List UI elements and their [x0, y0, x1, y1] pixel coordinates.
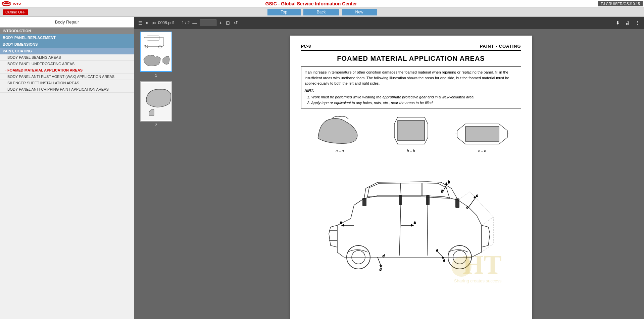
svg-line-37	[438, 252, 443, 257]
thumb-label-1: 1	[155, 73, 157, 77]
car-diagram-svg: a a b b	[310, 158, 512, 286]
pdf-toolbar-right: ⬇ 🖨 ⋮	[614, 19, 641, 26]
svg-text:d: d	[380, 268, 382, 271]
svg-text:e: e	[443, 259, 445, 262]
cross-section-bb-label: b – b	[407, 149, 415, 153]
cross-section-cc-label: c – c	[478, 149, 486, 153]
pdf-viewer: ☰ m_pc_0008.pdf 1 / 2 — 110% + ⊡ ↺ ⬇ 🖨 ⋮	[134, 17, 644, 319]
description-text: If an increase in temperature or other c…	[305, 70, 517, 86]
sidebar-item-foamed-material[interactable]: · FOAMED MATERIAL APPLICATION AREAS	[0, 67, 134, 74]
svg-rect-43	[426, 195, 430, 205]
svg-marker-23	[411, 224, 413, 226]
svg-text:c: c	[466, 206, 468, 209]
document-page: PC-8 PAINT · COATING FOAMED MATERIAL APP…	[178, 29, 644, 319]
hint-label: HINT:	[305, 88, 517, 93]
svg-line-29	[468, 198, 475, 208]
svg-text:d: d	[383, 254, 385, 258]
sidebar-item-silencer-sheet[interactable]: · SILENCER SHEET INSTALLATION AREAS	[0, 80, 134, 86]
rotate-button[interactable]: ↺	[233, 19, 239, 26]
pdf-toolbar-left: ☰ m_pc_0008.pdf	[137, 19, 174, 26]
cross-section-aa-svg	[313, 114, 367, 147]
svg-marker-26	[445, 183, 447, 185]
svg-rect-41	[362, 198, 366, 206]
sidebar-nav: INTRODUCTION BODY PANEL REPLACEMENT BODY…	[0, 28, 134, 319]
page-code: PC-8	[301, 44, 311, 49]
pdf-menu-button[interactable]: ☰	[137, 19, 144, 26]
page-total: 2	[187, 20, 190, 25]
document-title: FOAMED MATERIAL APPLICATION AREAS	[301, 55, 521, 62]
svg-line-48	[458, 192, 470, 200]
sidebar-section-body-panel-replacement[interactable]: BODY PANEL REPLACEMENT	[0, 34, 134, 41]
download-button[interactable]: ⬇	[614, 19, 621, 26]
watermark-area: a a b b	[310, 158, 512, 287]
zoom-input[interactable]: 110%	[200, 19, 216, 26]
svg-line-33	[378, 257, 381, 266]
thumbnail-2[interactable]: 2	[140, 81, 172, 127]
svg-marker-34	[380, 266, 382, 267]
pdf-toolbar-center: 1 / 2 — 110% + ⊡ ↺	[182, 19, 240, 26]
outline-button[interactable]: Outline OFF	[3, 9, 28, 15]
top-button[interactable]: Top	[267, 9, 300, 15]
thumb-frame-1	[140, 32, 172, 72]
cross-section-bb-svg	[391, 114, 431, 147]
page-info: 1 / 2	[182, 20, 190, 25]
sidebar-item-body-panel-undercoating[interactable]: · BODY PANEL UNDERCOATING AREAS	[0, 61, 134, 67]
svg-text:a: a	[340, 221, 342, 224]
thumb-frame-2	[140, 81, 172, 122]
cross-section-cc: c – c	[455, 121, 509, 153]
thumbnails-panel: 1 2	[134, 29, 178, 319]
sidebar-item-body-panel-anti-rust[interactable]: · BODY PANEL ANTI-RUST AGENT (WAX) APPLI…	[0, 74, 134, 80]
sidebar-section-body-dimensions[interactable]: BODY DIMENSIONS	[0, 41, 134, 48]
sidebar-section-introduction[interactable]: INTRODUCTION	[0, 28, 134, 34]
thumb-label-2: 2	[155, 123, 157, 127]
svg-marker-20	[342, 224, 344, 226]
nav-buttons: Top Back New	[267, 9, 377, 15]
cross-section-aa: a – a	[313, 114, 367, 153]
page-current: 1	[182, 20, 184, 25]
fit-page-button[interactable]: ⊡	[225, 19, 231, 26]
zoom-out-button[interactable]: —	[191, 19, 198, 26]
main-layout: Body Repair INTRODUCTION BODY PANEL REPL…	[0, 17, 644, 319]
svg-rect-44	[455, 198, 459, 208]
svg-text:a: a	[414, 221, 416, 224]
svg-line-46	[482, 244, 493, 252]
car-illustration: a a b b	[301, 158, 521, 287]
print-button[interactable]: 🖨	[624, 19, 631, 26]
pdf-filename: m_pc_0008.pdf	[146, 20, 174, 25]
hints-list: Work must be performed while wearing the…	[311, 94, 517, 105]
top-bar: TOYOTA GSIC - Global Service Information…	[0, 0, 644, 7]
more-options-button[interactable]: ⋮	[634, 19, 641, 26]
svg-text:b: b	[448, 180, 450, 184]
page-header: PC-8 PAINT · COATING	[301, 44, 521, 51]
svg-line-18	[400, 183, 401, 196]
page-section-title: PAINT · COATING	[480, 44, 521, 49]
hint-1: Work must be performed while wearing the…	[311, 94, 517, 100]
hint-2: Apply tape or equivalent to any holes, n…	[311, 100, 517, 106]
nav-bar: Outline OFF Top Back New	[0, 7, 644, 17]
zoom-in-button[interactable]: +	[218, 19, 223, 26]
cross-section-illustrations: a – a b – b	[301, 114, 521, 153]
sidebar: Body Repair INTRODUCTION BODY PANEL REPL…	[0, 17, 134, 319]
description-box: If an increase in temperature or other c…	[301, 66, 521, 108]
svg-line-49	[470, 192, 493, 217]
cross-section-cc-svg	[455, 121, 509, 147]
sidebar-item-body-panel-sealing[interactable]: · BODY PANEL SEALING AREAS	[0, 54, 134, 61]
sidebar-section-paint-coating[interactable]: PAINT, COATING	[0, 48, 134, 54]
thumbnail-1[interactable]: 1	[140, 32, 172, 77]
svg-rect-42	[399, 195, 402, 205]
svg-text:c: c	[476, 194, 478, 197]
svg-text:b: b	[441, 189, 443, 193]
page-document: PC-8 PAINT · COATING FOAMED MATERIAL APP…	[290, 36, 532, 319]
cross-section-aa-label: a – a	[336, 149, 344, 153]
svg-text:TOYOTA: TOYOTA	[12, 2, 21, 5]
cross-section-bb: b – b	[391, 114, 431, 153]
vehicle-badge: FJ CRUISER/GSJ10.15	[598, 1, 643, 6]
pdf-toolbar: ☰ m_pc_0008.pdf 1 / 2 — 110% + ⊡ ↺ ⬇ 🖨 ⋮	[134, 17, 644, 29]
svg-point-0	[2, 1, 11, 6]
svg-line-45	[482, 217, 493, 225]
toyota-logo: TOYOTA	[1, 1, 21, 7]
svg-text:e: e	[436, 248, 438, 252]
sidebar-item-body-panel-anti-chipping[interactable]: · BODY PANEL ANTI-CHIPPING PAINT APPLICA…	[0, 86, 134, 93]
new-button[interactable]: New	[342, 9, 377, 15]
back-button[interactable]: Back	[303, 9, 339, 15]
